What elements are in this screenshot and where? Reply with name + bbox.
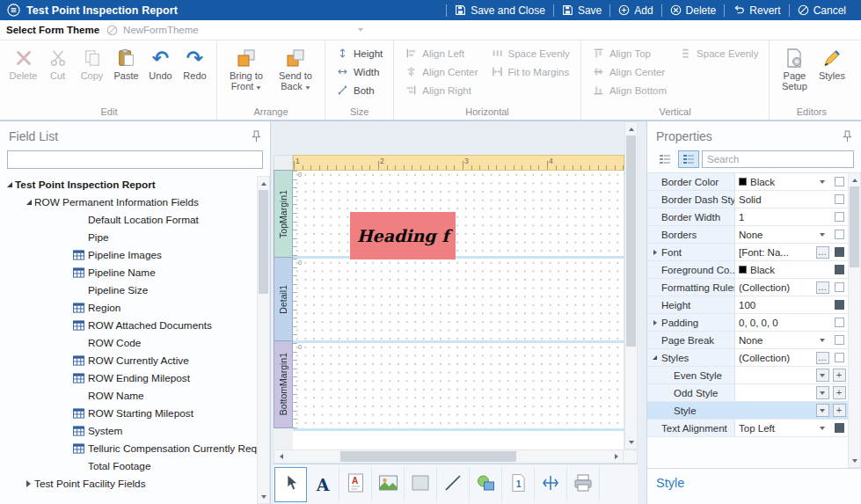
property-row-style[interactable]: Style+ (647, 402, 848, 420)
dropdown-icon[interactable] (820, 180, 825, 184)
tree-item-test-point-inspection-report[interactable]: Test Point Inspection Report (0, 176, 257, 194)
copy-button[interactable]: Copy (75, 44, 109, 82)
property-checkbox[interactable] (835, 247, 844, 257)
menu-icon[interactable] (7, 4, 20, 17)
ellipsis-button[interactable]: … (816, 352, 829, 364)
align-top-button[interactable]: Align Top (586, 44, 673, 62)
property-value[interactable] (735, 402, 814, 419)
tree-item-region[interactable]: Region (0, 299, 257, 317)
design-canvas[interactable]: 000Heading f (293, 171, 624, 449)
tree-item-pipeline-size[interactable]: Pipeline Size (0, 281, 257, 299)
property-checkbox[interactable] (835, 265, 844, 274)
property-checkbox[interactable] (835, 282, 844, 292)
band-area-bottommargin1[interactable]: 0 (293, 343, 624, 431)
property-value[interactable]: Black (735, 173, 814, 190)
property-row-padding[interactable]: Padding0, 0, 0, 0 (647, 314, 848, 332)
expander-expanded-icon[interactable] (23, 200, 34, 205)
tree-item-row-attached-documents[interactable]: ROW Attached Documents (0, 317, 257, 334)
property-checkbox[interactable] (835, 353, 844, 362)
scroll-thumb[interactable] (850, 186, 859, 267)
scroll-thumb[interactable] (626, 135, 636, 347)
canvas-vertical-scrollbar[interactable] (624, 121, 638, 449)
expander-expanded-icon[interactable] (4, 182, 15, 187)
property-checkbox[interactable] (835, 318, 844, 327)
align-left-button[interactable]: Align Left (398, 44, 484, 62)
add-style-button[interactable]: + (833, 404, 846, 417)
tree-item-row-ending-milepost[interactable]: ROW Ending Milepost (0, 369, 257, 387)
dropdown-icon[interactable] (820, 233, 825, 237)
property-checkbox[interactable] (835, 230, 844, 239)
expander-expanded-icon[interactable] (650, 355, 660, 360)
canvas-horizontal-scrollbar[interactable] (274, 449, 624, 464)
style-dropdown-button[interactable] (816, 404, 829, 417)
pin-icon[interactable] (843, 130, 852, 142)
tool-label-button[interactable]: A (307, 467, 339, 502)
revert-button[interactable]: Revert (725, 4, 788, 17)
align-center-v-button[interactable]: Align Center (586, 62, 673, 81)
property-value[interactable] (735, 367, 814, 383)
theme-dropdown[interactable]: NewFormTheme (106, 20, 363, 40)
property-row-height[interactable]: Height100 (647, 296, 848, 314)
expander-collapsed-icon[interactable] (650, 250, 660, 255)
property-value[interactable]: [Font: Na... (735, 244, 814, 260)
tool-page-info-button[interactable]: 1 (502, 467, 535, 502)
expander-collapsed-icon[interactable] (23, 480, 34, 487)
cut-button[interactable]: Cut (40, 44, 75, 82)
property-value[interactable]: Top Left (735, 420, 814, 436)
property-row-even-style[interactable]: Even Style+ (647, 367, 848, 384)
style-dropdown-button[interactable] (816, 369, 829, 382)
band-tab-topmargin1[interactable]: TopMargin1 (274, 170, 293, 258)
property-row-formatting-rules[interactable]: Formatting Rules(Collection)… (647, 279, 848, 296)
tree-item-pipeline-name[interactable]: Pipeline Name (0, 264, 257, 281)
undo-button[interactable]: ↶ Undo (143, 44, 178, 82)
scroll-right-button[interactable] (609, 450, 623, 463)
space-evenly-h-button[interactable]: Space Evenly (485, 44, 576, 62)
size-height-button[interactable]: Height (330, 44, 389, 62)
band-area-detail1[interactable]: 0 (293, 259, 624, 343)
scroll-down-button[interactable] (849, 454, 860, 467)
property-row-border-dash-style[interactable]: Border Dash StyleSolid (647, 191, 848, 208)
property-checkbox[interactable] (835, 300, 844, 310)
align-center-h-button[interactable]: Align Center (398, 62, 484, 81)
tree-item-row-name[interactable]: ROW Name (0, 387, 257, 405)
tree-item-total-footage[interactable]: Total Footage (0, 457, 257, 475)
tree-item-default-location-format[interactable]: Default Location Format (0, 211, 257, 229)
size-both-button[interactable]: Both (330, 81, 381, 99)
pin-icon[interactable] (252, 130, 261, 142)
tree-item-telluric-compensation-currently-requi[interactable]: Telluric Compensation Currently Requi (0, 440, 257, 457)
properties-scrollbar[interactable] (848, 172, 861, 468)
add-style-button[interactable]: + (833, 386, 846, 399)
field-search-input[interactable] (8, 155, 262, 165)
send-to-back-button[interactable]: Send to Back (271, 44, 320, 91)
redo-button[interactable]: ↷ Redo (178, 44, 212, 82)
space-evenly-v-button[interactable]: Space Evenly (673, 44, 764, 62)
property-row-styles[interactable]: Styles(Collection)… (647, 349, 848, 367)
expander-collapsed-icon[interactable] (650, 320, 660, 325)
paste-button[interactable]: Paste (109, 44, 143, 82)
property-row-foreground-co[interactable]: Foreground Co...Black (647, 261, 848, 279)
property-row-border-width[interactable]: Border Width1 (647, 208, 848, 226)
categorized-view-button[interactable] (654, 150, 675, 168)
tree-item-row-currently-active[interactable]: ROW Currently Active (0, 352, 257, 369)
tree-item-row-permanent-information-fields[interactable]: ROW Permanent Information Fields (0, 194, 257, 211)
tree-item-row-starting-milepost[interactable]: ROW Starting Milepost (0, 405, 257, 422)
align-bottom-button[interactable]: Align Bottom (586, 81, 673, 99)
delete-button[interactable]: Delete (6, 44, 40, 82)
property-value[interactable]: None (735, 226, 814, 243)
scroll-thumb[interactable] (340, 451, 516, 462)
property-value[interactable]: (Collection) (735, 279, 814, 296)
scroll-track[interactable] (849, 186, 860, 454)
tree-item-row-code[interactable]: ROW Code (0, 334, 257, 352)
properties-search-input[interactable] (703, 154, 853, 164)
scroll-track[interactable] (625, 135, 637, 435)
tree-item-pipe[interactable]: Pipe (0, 229, 257, 246)
property-checkbox[interactable] (835, 212, 844, 222)
property-value[interactable]: 0, 0, 0, 0 (735, 314, 814, 331)
add-button[interactable]: Add (610, 4, 660, 17)
size-width-button[interactable]: Width (330, 62, 385, 81)
fit-to-margins-button[interactable]: Fit to Margins (485, 62, 576, 81)
ellipsis-button[interactable]: … (816, 246, 829, 259)
scroll-down-button[interactable] (258, 490, 269, 503)
cancel-button[interactable]: Cancel (790, 4, 854, 17)
scroll-up-button[interactable] (849, 173, 860, 186)
